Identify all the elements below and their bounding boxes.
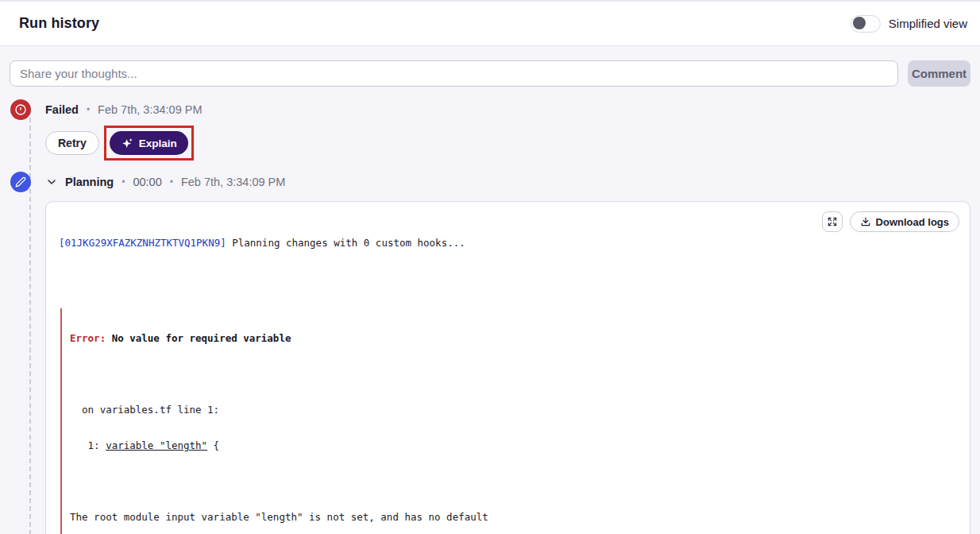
explain-label: Explain: [139, 137, 177, 149]
alert-circle-icon: [10, 99, 31, 120]
run-id: [01JKG29XFAZKZNHZTKTVQ1PKN9]: [59, 237, 226, 249]
download-logs-label: Download logs: [876, 216, 949, 228]
error-location-line: on variables.tf line 1:: [70, 404, 957, 416]
sparkle-icon: [121, 137, 133, 149]
log-line: [01JKG29XFAZKZNHZTKTVQ1PKN9] Planning ch…: [59, 237, 957, 249]
error-label: Error:: [70, 332, 106, 344]
pencil-icon: [10, 172, 31, 192]
run-timeline: Failed • Feb 7th, 3:34:09 PM Retry: [10, 99, 970, 534]
simplified-view-label: Simplified view: [889, 17, 967, 30]
event-date: Feb 7th, 3:34:09 PM: [98, 103, 202, 116]
download-logs-button[interactable]: Download logs: [850, 211, 959, 232]
chevron-down-icon[interactable]: [45, 176, 58, 188]
event-label: Planning: [65, 176, 114, 188]
comment-input[interactable]: [10, 60, 898, 87]
error-body-line: The root module input variable "length" …: [70, 511, 957, 523]
separator-dot: •: [87, 105, 90, 114]
page-title: Run history: [19, 15, 99, 32]
separator-dot: •: [122, 177, 125, 187]
log-output: [01JKG29XFAZKZNHZTKTVQ1PKN9] Planning ch…: [59, 213, 957, 534]
toggle-knob: [853, 17, 866, 29]
comment-button[interactable]: Comment: [908, 60, 970, 87]
expand-fullscreen-button[interactable]: [822, 211, 843, 232]
event-date: Feb 7th, 3:34:09 PM: [181, 176, 285, 188]
log-error-block: Error: No value for required variable on…: [60, 308, 957, 534]
event-label: Failed: [45, 103, 79, 116]
annotation-highlight-box: Explain: [104, 126, 194, 161]
timeline-event-failed: Failed • Feb 7th, 3:34:09 PM Retry: [10, 99, 970, 161]
download-icon: [860, 216, 871, 227]
comment-row: Comment: [10, 60, 970, 87]
explain-button[interactable]: Explain: [110, 131, 188, 155]
event-duration: 00:00: [133, 176, 161, 188]
separator-dot: •: [170, 177, 173, 187]
retry-button[interactable]: Retry: [45, 131, 99, 155]
error-title: No value for required variable: [106, 332, 291, 344]
log-line-text: Planning changes with 0 custom hooks...: [226, 237, 465, 249]
plan-log-card: Download logs [01JKG29XFAZKZNHZTKTVQ1PKN…: [45, 201, 970, 534]
source-line-rest: {: [207, 439, 219, 451]
timeline-event-planning: Planning • 00:00 • Feb 7th, 3:34:09 PM: [10, 172, 970, 534]
source-underlined: variable "length": [106, 439, 207, 451]
page-header: Run history Simplified view: [0, 0, 980, 46]
simplified-view-toggle[interactable]: [851, 15, 881, 33]
expand-icon: [827, 216, 838, 227]
source-line-number: 1:: [70, 439, 106, 451]
error-heading: Error: No value for required variable: [70, 332, 957, 344]
error-source-line: 1: variable "length" {: [70, 439, 957, 451]
